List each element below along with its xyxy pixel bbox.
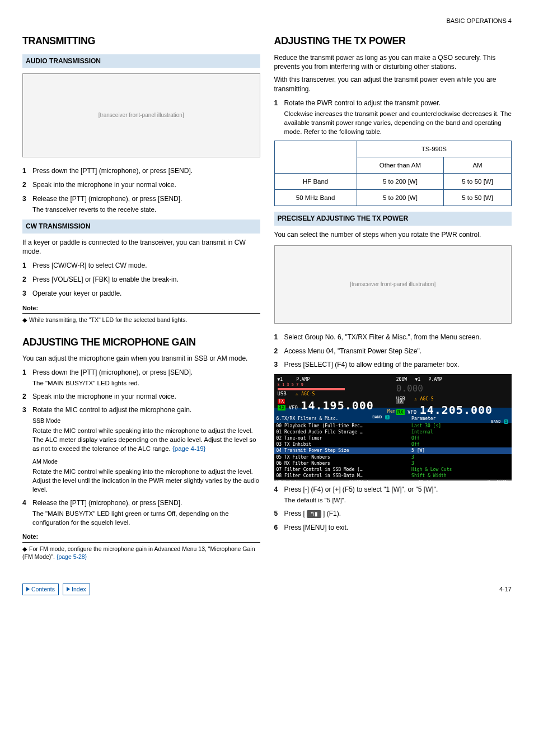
table-cell: 5 to 200 [W] bbox=[357, 190, 444, 206]
precise-steps-a: 1Select Group No. 6, "TX/RX Filter & Mis… bbox=[274, 333, 512, 370]
vfo-label: VFO bbox=[407, 409, 416, 415]
footer-nav: Contents Index bbox=[22, 584, 92, 595]
row-value: 3 bbox=[411, 454, 509, 460]
step-number: 2 bbox=[274, 347, 278, 356]
note-box: Note: ◆While transmitting, the "TX" LED … bbox=[22, 304, 260, 324]
ant-icon: ▼1 bbox=[278, 377, 283, 382]
pamp-label: P.AMP bbox=[429, 377, 442, 382]
offset-freq: 0.000 bbox=[396, 383, 423, 394]
step-text-pre: Press [ bbox=[284, 510, 307, 517]
list-item: 3 Rotate the MIC control to adjust the m… bbox=[22, 405, 260, 494]
table-cell: 5 to 50 [W] bbox=[444, 174, 512, 190]
warning-icon: ⚠ bbox=[296, 391, 298, 396]
step-text: Operate your keyer or paddle. bbox=[32, 290, 121, 297]
step-subtext: The "MAIN BUSY/TX" LED lights red. bbox=[32, 379, 260, 388]
table-cell: 5 to 200 [W] bbox=[357, 174, 444, 190]
row-label: Playback Time (Full-time Rec… bbox=[284, 423, 363, 428]
row-label: Recorded Audio File Storage … bbox=[284, 430, 363, 435]
subhead-audio-transmission: AUDIO TRANSMISSION bbox=[22, 54, 260, 68]
radio-front-panel-illustration: [transceiver front-panel illustration] bbox=[274, 245, 512, 324]
step-text-post: ] (F1). bbox=[321, 510, 341, 517]
menu-row: 08 Filter Control in SSB-Data M…Shift & … bbox=[274, 473, 512, 479]
step-text: Press [-] (F4) or [+] (F5) to select "1 … bbox=[284, 486, 438, 493]
page-link[interactable]: {page 4-19} bbox=[172, 445, 205, 452]
list-item: 2Access Menu 04, "Transmit Power Step Si… bbox=[274, 347, 512, 356]
index-button[interactable]: Index bbox=[63, 584, 90, 595]
left-column: TRANSMITTING AUDIO TRANSMISSION [transce… bbox=[22, 31, 260, 561]
step-number: 1 bbox=[22, 368, 26, 377]
step-number: 2 bbox=[22, 275, 26, 284]
step-number: 3 bbox=[22, 289, 26, 298]
tx-power-intro-2: With this transceiver, you can adjust th… bbox=[274, 75, 512, 94]
table-cell bbox=[274, 141, 357, 173]
menu-row: 07 Filter Control in SSB Mode (…High & L… bbox=[274, 466, 512, 473]
warning-icon: ⚠ bbox=[414, 396, 417, 402]
step-text: Speak into the microphone in your normal… bbox=[32, 181, 176, 189]
row-value: Shift & Width bbox=[411, 473, 509, 479]
note-title: Note: bbox=[22, 533, 260, 542]
step-text: Speak into the microphone in your normal… bbox=[32, 393, 176, 400]
list-item: 5 Press [ ↰▮ ] (F1). bbox=[274, 509, 512, 519]
row-id: 04 bbox=[277, 448, 282, 453]
menu-row: 05 TX Filter Numbers3 bbox=[274, 454, 512, 460]
row-label: Time-out Timer bbox=[284, 436, 322, 441]
step-number: 1 bbox=[274, 99, 278, 108]
page-link[interactable]: {page 5-28} bbox=[57, 553, 87, 560]
heading-mic-gain: ADJUSTING THE MICROPHONE GAIN bbox=[22, 335, 260, 349]
row-id: 02 bbox=[277, 436, 282, 441]
agc-label: AGC-S bbox=[301, 391, 315, 396]
mic-steps-list: 1 Press down the [PTT] (microphone), or … bbox=[22, 368, 260, 527]
table-row: HF Band 5 to 200 [W] 5 to 50 [W] bbox=[274, 174, 512, 190]
list-item: 3 Release the [PTT] (microphone), or pre… bbox=[22, 194, 260, 214]
step-number: 3 bbox=[22, 194, 26, 204]
menu-row: 03 TX InhibitOff bbox=[274, 441, 512, 447]
diamond-icon: ◆ bbox=[22, 316, 27, 323]
mode-text-body: Rotate the MIC control while speaking in… bbox=[32, 427, 256, 452]
radio-front-panel-illustration: [transceiver front-panel illustration] bbox=[22, 73, 260, 157]
power-range-table: TS-990S Other than AMAM HF Band 5 to 200… bbox=[274, 141, 512, 206]
row-value: Off bbox=[411, 435, 509, 441]
contents-button[interactable]: Contents bbox=[22, 584, 59, 595]
list-item: 2 Speak into the microphone in your norm… bbox=[22, 392, 260, 402]
list-item: 3Operate your keyer or paddle. bbox=[22, 289, 260, 298]
list-item: 2Press [VOL/SEL] or [FBK] to enable the … bbox=[22, 275, 260, 284]
menu-row: 02 Time-out TimerOff bbox=[274, 435, 512, 441]
step-text: Press down the [PTT] (microphone), or pr… bbox=[32, 368, 193, 376]
step-subtext: The "MAIN BUSY/TX" LED light green or tu… bbox=[32, 509, 260, 527]
audio-steps-list: 1 Press down the [PTT] (microphone), or … bbox=[22, 166, 260, 213]
menu-id: MENU 6-04 bbox=[277, 479, 299, 480]
row-label: TX Inhibit bbox=[284, 442, 311, 447]
step-text: Release the [PTT] (microphone), or press… bbox=[32, 499, 182, 507]
precise-steps-b: 4 Press [-] (F4) or [+] (F5) to select "… bbox=[274, 485, 512, 532]
triangle-icon bbox=[67, 587, 70, 591]
tx-power-step-list: 1 Rotate the PWR control to adjust the t… bbox=[274, 99, 512, 136]
tx-power-intro-1: Reduce the transmit power as long as you… bbox=[274, 53, 512, 72]
list-item: 1Select Group No. 6, "TX/RX Filter & Mis… bbox=[274, 333, 512, 342]
pamp-label: P.AMP bbox=[296, 377, 310, 382]
index-label: Index bbox=[72, 585, 86, 594]
mode-label: AM Mode bbox=[32, 458, 260, 466]
step-number: 5 bbox=[274, 509, 278, 519]
list-item: 1Press [CW/CW-R] to select CW mode. bbox=[22, 261, 260, 270]
row-value: High & Low Cuts bbox=[411, 466, 509, 473]
cw-steps-list: 1Press [CW/CW-R] to select CW mode. 2Pre… bbox=[22, 261, 260, 298]
menu-footer-strip: MENU 6-04 CONFIG A IP Address:---.---.--… bbox=[274, 479, 512, 480]
page-footer: Contents Index 4-17 bbox=[22, 584, 512, 595]
precise-intro: You can select the number of steps when … bbox=[274, 230, 512, 240]
row-id: 00 bbox=[277, 423, 282, 428]
list-item: 4 Release the [PTT] (microphone), or pre… bbox=[22, 498, 260, 527]
step-text: Access Menu 04, "Transmit Power Step Siz… bbox=[284, 347, 422, 355]
band-number: 1 bbox=[385, 415, 390, 419]
main-pane: ▼1 P.AMP S 1 3 5 7 9 USB ⚠ AGC-S RX VFO … bbox=[274, 374, 393, 408]
step-number: 2 bbox=[22, 180, 26, 190]
list-item: 1 Press down the [PTT] (microphone), or … bbox=[22, 166, 260, 176]
agc-label: AGC-S bbox=[420, 396, 434, 402]
mode-text: Rotate the MIC control while speaking in… bbox=[32, 467, 260, 494]
menu-row: 01 Recorded Audio File Storage …Internal bbox=[274, 429, 512, 435]
list-item: 1 Press down the [PTT] (microphone), or … bbox=[22, 368, 260, 388]
tx-badge: TX bbox=[396, 399, 404, 404]
step-number: 1 bbox=[22, 261, 26, 270]
row-value: Internal bbox=[411, 429, 509, 435]
row-value: 3 bbox=[411, 460, 509, 466]
frequency-sub: 14.205.000 bbox=[420, 403, 493, 417]
